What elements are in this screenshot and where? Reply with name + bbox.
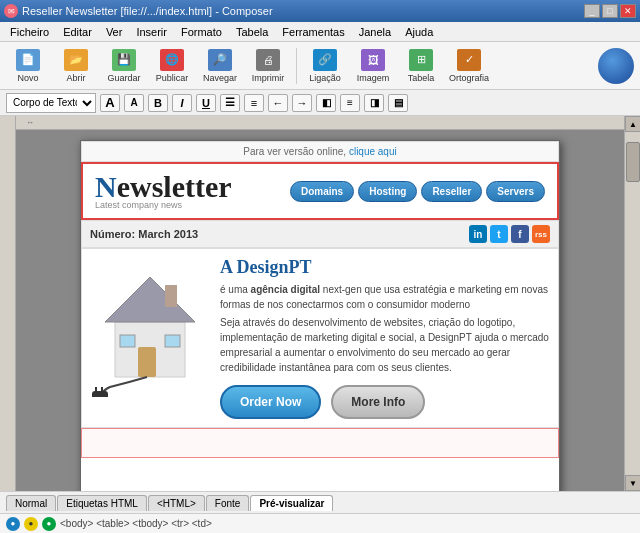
ul-button[interactable]: ☰ — [220, 94, 240, 112]
minimize-button[interactable]: _ — [584, 4, 600, 18]
style-select[interactable]: Corpo de Texto — [6, 93, 96, 113]
table-button[interactable]: ⊞ Tabela — [399, 45, 443, 87]
image-button[interactable]: 🖼 Imagem — [351, 45, 395, 87]
nav-buttons: Domains Hosting Reseller Servers — [290, 181, 545, 202]
numero-label: Número: — [90, 228, 135, 240]
maximize-button[interactable]: □ — [602, 4, 618, 18]
menu-janela[interactable]: Janela — [353, 24, 397, 40]
article-body1: é uma agência digital next-gen que usa e… — [220, 282, 550, 312]
house-image — [90, 257, 210, 419]
numero-value: March 2013 — [138, 228, 198, 240]
house-svg — [90, 257, 210, 397]
newsletter-logo: Newsletter Latest company news — [95, 172, 232, 210]
article-body2: Seja através do desenvolvimento de websi… — [220, 315, 550, 375]
font-size-down-button[interactable]: A — [124, 94, 144, 112]
format-bar: Corpo de Texto A A B I U ☰ ≡ ← → ◧ ≡ ◨ ▤ — [0, 90, 640, 116]
menu-tabela[interactable]: Tabela — [230, 24, 274, 40]
linkedin-icon[interactable]: in — [469, 225, 487, 243]
image-icon: 🖼 — [361, 49, 385, 71]
toolbar-separator — [296, 48, 297, 84]
path-bar: ● ● ● <body> <table> <tbody> <tr> <td> — [0, 513, 640, 533]
scroll-down-button[interactable]: ▼ — [625, 475, 640, 491]
underline-button[interactable]: U — [196, 94, 216, 112]
more-info-button[interactable]: More Info — [331, 385, 425, 419]
print-button[interactable]: 🖨 Imprimir — [246, 45, 290, 87]
menu-formato[interactable]: Formato — [175, 24, 228, 40]
menu-ficheiro[interactable]: Ficheiro — [4, 24, 55, 40]
spell-icon: ✓ — [457, 49, 481, 71]
align-center-button[interactable]: ≡ — [340, 94, 360, 112]
spell-label: Ortografia — [449, 73, 489, 83]
title-bar: ✉ Reseller Newsletter [file://.../index.… — [0, 0, 640, 22]
svg-rect-3 — [138, 347, 156, 377]
email-header: Newsletter Latest company news Domains H… — [81, 162, 559, 220]
tab-normal[interactable]: Normal — [6, 495, 56, 511]
status-bar: Normal Etiquetas HTML <HTML> Fonte Pré-v… — [0, 491, 640, 513]
domains-button[interactable]: Domains — [290, 181, 354, 202]
topbar-text: Para ver versão online, — [243, 146, 349, 157]
order-now-button[interactable]: Order Now — [220, 385, 321, 419]
scroll-up-button[interactable]: ▲ — [625, 116, 640, 132]
svg-marker-1 — [105, 277, 195, 322]
path-text: <body> <table> <tbody> <tr> <td> — [60, 518, 212, 529]
topbar-link[interactable]: clique aqui — [349, 146, 397, 157]
navigate-button[interactable]: 🔎 Navegar — [198, 45, 242, 87]
open-label: Abrir — [66, 73, 85, 83]
vertical-scrollbar[interactable]: ▲ ▼ — [624, 116, 640, 491]
bold-button[interactable]: B — [148, 94, 168, 112]
rss-icon[interactable]: rss — [532, 225, 550, 243]
tab-preview[interactable]: Pré-visualizar — [250, 495, 333, 511]
save-button[interactable]: 💾 Guardar — [102, 45, 146, 87]
font-size-up-button[interactable]: A — [100, 94, 120, 112]
link-icon: 🔗 — [313, 49, 337, 71]
hosting-button[interactable]: Hosting — [358, 181, 417, 202]
tab-fonte[interactable]: Fonte — [206, 495, 250, 511]
horizontal-ruler: ↔ — [16, 116, 624, 130]
indent-button[interactable]: → — [292, 94, 312, 112]
path-icon-2: ● — [24, 517, 38, 531]
email-footer — [81, 428, 559, 458]
canvas-area: Para ver versão online, clique aqui News… — [16, 130, 624, 491]
new-button[interactable]: 📄 Novo — [6, 45, 50, 87]
publish-icon: 🌐 — [160, 49, 184, 71]
link-button[interactable]: 🔗 Ligação — [303, 45, 347, 87]
article-content: A DesignPT é uma agência digital next-ge… — [220, 257, 550, 419]
scroll-thumb[interactable] — [626, 142, 640, 182]
twitter-icon[interactable]: t — [490, 225, 508, 243]
align-right-button[interactable]: ◨ — [364, 94, 384, 112]
editor-area: ↔ Para ver versão online, clique aqui Ne… — [0, 116, 640, 491]
reseller-button[interactable]: Reseller — [421, 181, 482, 202]
align-left-button[interactable]: ◧ — [316, 94, 336, 112]
menu-editar[interactable]: Editar — [57, 24, 98, 40]
toolbar: 📄 Novo 📂 Abrir 💾 Guardar 🌐 Publicar 🔎 Na… — [0, 42, 640, 90]
facebook-icon[interactable]: f — [511, 225, 529, 243]
window-controls: _ □ ✕ — [584, 4, 636, 18]
spell-button[interactable]: ✓ Ortografia — [447, 45, 491, 87]
svg-rect-7 — [92, 391, 108, 397]
publish-button[interactable]: 🌐 Publicar — [150, 45, 194, 87]
open-button[interactable]: 📂 Abrir — [54, 45, 98, 87]
path-icon-3: ● — [42, 517, 56, 531]
tab-etiquetas[interactable]: Etiquetas HTML — [57, 495, 147, 511]
cta-row: Order Now More Info — [220, 385, 550, 419]
outdent-button[interactable]: ← — [268, 94, 288, 112]
link-label: Ligação — [309, 73, 341, 83]
svg-rect-2 — [165, 285, 177, 307]
ol-button[interactable]: ≡ — [244, 94, 264, 112]
print-label: Imprimir — [252, 73, 285, 83]
email-content: A DesignPT é uma agência digital next-ge… — [81, 248, 559, 428]
close-button[interactable]: ✕ — [620, 4, 636, 18]
servers-button[interactable]: Servers — [486, 181, 545, 202]
table-icon: ⊞ — [409, 49, 433, 71]
menu-ajuda[interactable]: Ajuda — [399, 24, 439, 40]
new-icon: 📄 — [16, 49, 40, 71]
menu-ver[interactable]: Ver — [100, 24, 129, 40]
issue-bar: Número: March 2013 in t f rss — [81, 220, 559, 248]
menu-bar: Ficheiro Editar Ver Inserir Formato Tabe… — [0, 22, 640, 42]
menu-inserir[interactable]: Inserir — [130, 24, 173, 40]
align-justify-button[interactable]: ▤ — [388, 94, 408, 112]
menu-ferramentas[interactable]: Ferramentas — [276, 24, 350, 40]
tab-html[interactable]: <HTML> — [148, 495, 205, 511]
status-tabs: Normal Etiquetas HTML <HTML> Fonte Pré-v… — [6, 495, 333, 511]
italic-button[interactable]: I — [172, 94, 192, 112]
